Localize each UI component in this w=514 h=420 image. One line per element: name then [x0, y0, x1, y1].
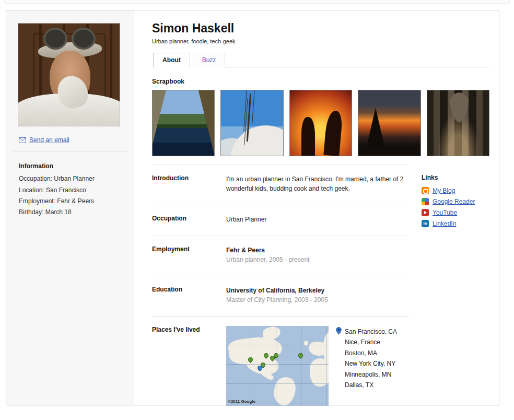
- employment-company: Fehr & Peers: [226, 246, 409, 255]
- linkedin-icon: in: [422, 220, 429, 227]
- employment-label: Employment: [152, 246, 226, 264]
- information-block: Information Occupation: Urban Planner Lo…: [19, 161, 95, 218]
- link-label: LinkedIn: [433, 220, 456, 227]
- section-introduction: Introduction I'm an urban planner in San…: [152, 165, 409, 205]
- occupation-label: Occupation: [152, 215, 226, 224]
- places-content: ©2011 Google San Francisco, CA Nice, Fra…: [226, 326, 397, 406]
- scrapbook-photos: [152, 90, 489, 156]
- info-employment: Employment: Fehr & Peers: [19, 196, 95, 207]
- scrapbook-photo-sunset[interactable]: [358, 90, 420, 156]
- map-attribution: ©2011 Google: [228, 399, 255, 405]
- places-map[interactable]: ©2011 Google: [226, 326, 329, 406]
- place-item: Nice, France: [345, 337, 397, 347]
- profile-tagline: Urban planner, foodie, tech-geek: [152, 38, 489, 44]
- scrapbook-photo-yosemite[interactable]: [152, 90, 215, 156]
- link-google-reader[interactable]: Google Reader: [422, 198, 503, 205]
- information-heading: Information: [19, 161, 95, 172]
- info-birthday: Birthday: March 18: [19, 207, 95, 218]
- map-gridlines: [226, 326, 329, 406]
- send-email-label: Send an email: [29, 136, 69, 144]
- scrapbook-photo-concert[interactable]: [289, 90, 352, 156]
- places-label: Places I've lived: [152, 326, 226, 406]
- link-label: Google Reader: [433, 198, 475, 205]
- section-occupation: Occupation Urban Planner: [152, 205, 409, 236]
- profile-photo[interactable]: [18, 23, 120, 126]
- place-item: San Francisco, CA: [345, 326, 397, 337]
- place-item: New York City, NY: [345, 358, 397, 369]
- link-linkedin[interactable]: in LinkedIn: [422, 220, 503, 227]
- about-sections: Introduction I'm an urban planner in San…: [152, 165, 489, 417]
- section-rows: Introduction I'm an urban planner in San…: [152, 165, 409, 417]
- photo-goggles: [72, 28, 96, 50]
- place-item: Minneapolis, MN: [345, 369, 397, 380]
- divider: [13, 151, 127, 152]
- tab-about[interactable]: About: [153, 53, 190, 67]
- section-employment: Employment Fehr & Peers Urban planner, 2…: [152, 236, 409, 276]
- scrapbook-heading: Scrapbook: [152, 78, 489, 85]
- send-email-link[interactable]: Send an email: [19, 136, 69, 144]
- places-list: San Francisco, CA Nice, France Boston, M…: [336, 326, 397, 406]
- info-occupation: Occupation: Urban Planner: [19, 173, 95, 184]
- youtube-icon: [422, 209, 429, 216]
- links-panel: Links My Blog Google Reader YouTube in L…: [422, 174, 503, 231]
- education-value: University of California, Berkeley Maste…: [226, 286, 409, 305]
- employment-value: Fehr & Peers Urban planner, 2005 - prese…: [226, 246, 409, 264]
- link-label: My Blog: [433, 187, 455, 194]
- profile-card: Send an email Information Occupation: Ur…: [6, 10, 499, 405]
- tab-bar: About Buzz: [152, 53, 489, 67]
- place-item: Dallas, TX: [345, 380, 397, 390]
- blogger-icon: [422, 187, 429, 194]
- section-education: Education University of California, Berk…: [152, 276, 409, 316]
- introduction-text: I'm an urban planner in San Francisco. I…: [226, 174, 409, 193]
- place-pin-icon: [336, 327, 342, 335]
- scrapbook-photo-half-dome[interactable]: [220, 90, 283, 156]
- page-title: Simon Haskell: [152, 21, 489, 36]
- education-degree-dates: Master of City Planning, 2003 - 2005: [226, 295, 409, 305]
- education-school: University of California, Berkeley: [226, 286, 409, 295]
- scrapbook-photo-cathedral[interactable]: [427, 90, 489, 156]
- main-content: Simon Haskell Urban planner, foodie, tec…: [135, 10, 499, 405]
- sidebar: Send an email Information Occupation: Ur…: [6, 10, 134, 405]
- google-reader-icon: [422, 198, 429, 205]
- link-label: YouTube: [433, 209, 457, 216]
- place-item: Boston, MA: [345, 348, 397, 358]
- link-my-blog[interactable]: My Blog: [422, 187, 503, 194]
- info-location: Location: San Francisco: [19, 185, 95, 196]
- occupation-value: Urban Planner: [226, 215, 409, 224]
- section-places: Places I've lived: [152, 316, 409, 417]
- email-envelope-icon: [19, 137, 26, 143]
- browser-chrome-edge: [4, 0, 510, 4]
- introduction-label: Introduction: [152, 174, 226, 193]
- links-heading: Links: [422, 174, 503, 181]
- employment-title-dates: Urban planner, 2005 - present: [226, 255, 409, 264]
- link-youtube[interactable]: YouTube: [422, 209, 503, 216]
- photo-goggles: [43, 28, 67, 50]
- tab-buzz[interactable]: Buzz: [193, 53, 226, 67]
- education-label: Education: [152, 286, 226, 305]
